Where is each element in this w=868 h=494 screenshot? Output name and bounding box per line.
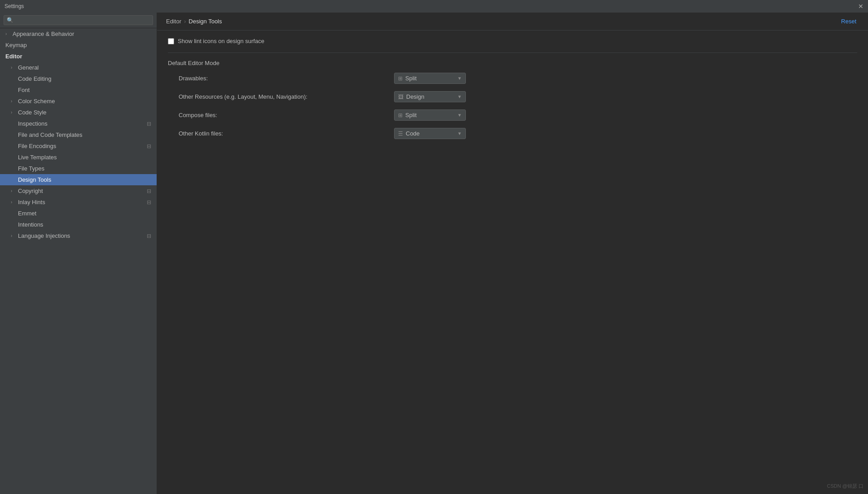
chevron-icon: ›: [5, 31, 11, 36]
sidebar-item-color-scheme[interactable]: ›Color Scheme: [0, 96, 157, 107]
breadcrumb-current: Design Tools: [189, 18, 222, 25]
sidebar-item-file-code-templates[interactable]: File and Code Templates: [0, 129, 157, 140]
dropdown-other-kotlin[interactable]: ☰Code▼: [394, 128, 466, 139]
reset-button[interactable]: Reset: [838, 17, 859, 26]
watermark: CSDN @锦瑟 口: [827, 483, 864, 490]
form-row-other-resources: Other Resources (e.g. Layout, Menu, Navi…: [168, 91, 857, 102]
sidebar-badge-icon: ⊟: [147, 199, 151, 205]
form-rows-container: Drawables:⊞Split▼Other Resources (e.g. L…: [168, 73, 857, 139]
form-label-drawables: Drawables:: [179, 75, 394, 82]
sidebar-item-label: Appearance & Behavior: [13, 31, 74, 37]
sidebar-item-label: Intentions: [18, 221, 43, 228]
dropdown-icon-drawables: ⊞: [398, 75, 403, 82]
form-row-compose-files: Compose files:⊞Split▼: [168, 109, 857, 121]
dropdown-other-resources[interactable]: 🖼Design▼: [394, 91, 466, 102]
sidebar-item-live-templates[interactable]: Live Templates: [0, 152, 157, 163]
dropdown-icon-other-resources: 🖼: [398, 94, 403, 100]
sidebar-item-label: Editor: [5, 53, 22, 60]
sidebar-item-font[interactable]: Font: [0, 84, 157, 96]
sidebar-item-file-types[interactable]: File Types: [0, 163, 157, 174]
content-body: Show lint icons on design surface Defaul…: [157, 31, 868, 494]
window-title: Settings: [4, 3, 24, 9]
sidebar-item-inlay-hints[interactable]: ›Inlay Hints⊟: [0, 197, 157, 208]
sidebar-item-label: Keymap: [5, 42, 27, 48]
sidebar-item-emmet[interactable]: Emmet: [0, 208, 157, 219]
sidebar-item-language-injections[interactable]: ›Language Injections⊟: [0, 230, 157, 241]
sidebar-item-label: Copyright: [18, 188, 43, 194]
sidebar-item-label: Color Scheme: [18, 98, 55, 105]
chevron-icon: ›: [11, 65, 16, 70]
sidebar-item-label: Code Editing: [18, 75, 51, 82]
sidebar-badge-icon: ⊟: [147, 121, 151, 127]
sidebar-item-copyright[interactable]: ›Copyright⊟: [0, 185, 157, 197]
sidebar-item-inspections[interactable]: Inspections⊟: [0, 118, 157, 129]
main-container: ›Appearance & BehaviorKeymapEditor›Gener…: [0, 13, 868, 494]
section-divider: [168, 52, 857, 53]
chevron-icon: ›: [11, 110, 16, 115]
dropdown-text-other-resources: Design: [406, 93, 455, 100]
default-editor-mode-label: Default Editor Mode: [168, 60, 857, 66]
dropdown-text-other-kotlin: Code: [406, 130, 455, 137]
close-button[interactable]: ✕: [858, 3, 864, 10]
chevron-icon: ›: [11, 188, 16, 193]
sidebar-item-label: File and Code Templates: [18, 131, 83, 138]
sidebar-item-label: Inlay Hints: [18, 199, 45, 205]
sidebar-badge-icon: ⊟: [147, 143, 151, 149]
sidebar-item-label: Inspections: [18, 120, 48, 127]
sidebar-item-label: Font: [18, 87, 30, 93]
dropdown-icon-other-kotlin: ☰: [398, 131, 403, 137]
chevron-icon: ›: [11, 99, 16, 104]
sidebar-item-general[interactable]: ›General: [0, 62, 157, 73]
title-bar: Settings ✕: [0, 0, 868, 13]
sidebar-item-design-tools[interactable]: Design Tools: [0, 174, 157, 185]
dropdown-icon-compose-files: ⊞: [398, 112, 403, 118]
sidebar-item-appearance[interactable]: ›Appearance & Behavior: [0, 28, 157, 39]
sidebar-item-label: File Encodings: [18, 143, 56, 149]
dropdown-arrow-icon: ▼: [457, 113, 462, 118]
sidebar-item-label: Design Tools: [18, 176, 51, 183]
sidebar-badge-icon: ⊟: [147, 233, 151, 239]
breadcrumb: Editor › Design Tools: [166, 18, 222, 25]
chevron-icon: ›: [11, 200, 16, 205]
dropdown-arrow-icon: ▼: [457, 76, 462, 81]
show-lint-checkbox[interactable]: [168, 38, 174, 44]
show-lint-row: Show lint icons on design surface: [168, 38, 857, 44]
search-box: [0, 13, 157, 28]
sidebar: ›Appearance & BehaviorKeymapEditor›Gener…: [0, 13, 157, 494]
dropdown-compose-files[interactable]: ⊞Split▼: [394, 109, 466, 121]
sidebar-item-label: Emmet: [18, 210, 36, 217]
breadcrumb-parent: Editor: [166, 18, 181, 25]
dropdown-text-drawables: Split: [405, 75, 455, 82]
form-label-compose-files: Compose files:: [179, 112, 394, 118]
dropdown-arrow-icon: ▼: [457, 94, 462, 99]
show-lint-label[interactable]: Show lint icons on design surface: [178, 38, 264, 44]
dropdown-text-compose-files: Split: [405, 112, 455, 118]
sidebar-item-label: Language Injections: [18, 232, 70, 239]
search-input[interactable]: [4, 15, 153, 25]
form-row-other-kotlin: Other Kotlin files:☰Code▼: [168, 128, 857, 139]
sidebar-item-code-style[interactable]: ›Code Style: [0, 107, 157, 118]
sidebar-item-label: Live Templates: [18, 154, 57, 161]
sidebar-item-file-encodings[interactable]: File Encodings⊟: [0, 140, 157, 152]
content-header: Editor › Design Tools Reset: [157, 13, 868, 31]
sidebar-item-keymap[interactable]: Keymap: [0, 39, 157, 51]
content-area: Editor › Design Tools Reset Show lint ic…: [157, 13, 868, 494]
sidebar-item-code-editing[interactable]: Code Editing: [0, 73, 157, 84]
sidebar-item-editor[interactable]: Editor: [0, 51, 157, 62]
sidebar-badge-icon: ⊟: [147, 188, 151, 194]
breadcrumb-separator: ›: [184, 18, 186, 25]
form-row-drawables: Drawables:⊞Split▼: [168, 73, 857, 84]
chevron-icon: ›: [11, 233, 16, 238]
sidebar-item-label: Code Style: [18, 109, 47, 116]
dropdown-arrow-icon: ▼: [457, 131, 462, 136]
sidebar-item-label: File Types: [18, 165, 44, 172]
sidebar-item-intentions[interactable]: Intentions: [0, 219, 157, 230]
form-label-other-resources: Other Resources (e.g. Layout, Menu, Navi…: [179, 93, 394, 100]
dropdown-drawables[interactable]: ⊞Split▼: [394, 73, 466, 84]
sidebar-items-container: ›Appearance & BehaviorKeymapEditor›Gener…: [0, 28, 157, 241]
sidebar-item-label: General: [18, 64, 39, 71]
form-label-other-kotlin: Other Kotlin files:: [179, 130, 394, 137]
